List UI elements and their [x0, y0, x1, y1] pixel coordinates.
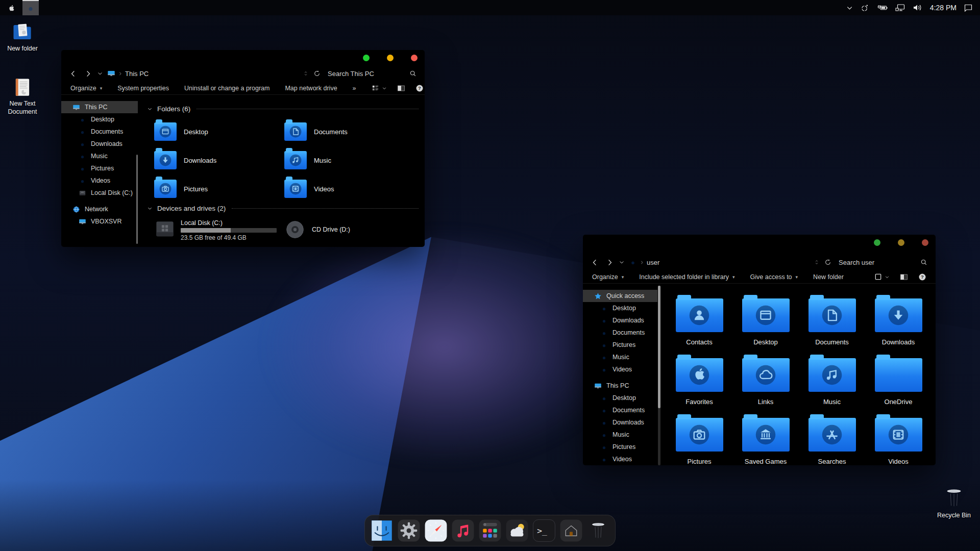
dock-music-icon[interactable]: [451, 518, 475, 543]
desktop-icon-new-folder[interactable]: New folder: [2, 21, 43, 53]
folder-item-favorites[interactable]: Favorites: [675, 358, 724, 406]
help-button[interactable]: [415, 84, 424, 92]
recent-locations-dropdown[interactable]: [619, 259, 625, 265]
sidebar-item-local-disk[interactable]: Local Disk (C:): [61, 187, 138, 199]
traffic-light-yellow[interactable]: [898, 239, 904, 246]
recent-locations-dropdown[interactable]: [97, 70, 103, 77]
refresh-icon[interactable]: [824, 259, 831, 266]
folder-item-desktop[interactable]: Desktop: [741, 298, 790, 346]
dock-trash-icon[interactable]: [586, 518, 610, 543]
change-view-button[interactable]: [874, 273, 890, 281]
sidebar-item-documents-2[interactable]: Documents: [583, 404, 657, 416]
folder-item-documents[interactable]: Documents: [807, 298, 856, 346]
sidebar-item-documents[interactable]: Documents: [583, 327, 657, 339]
sidebar-item-music-2[interactable]: Music: [583, 429, 657, 441]
collapse-chevron-icon[interactable]: [147, 206, 153, 211]
collapse-chevron-icon[interactable]: [147, 106, 153, 112]
folder-item-videos[interactable]: Videos: [874, 418, 923, 465]
clock[interactable]: 4:28 PM: [930, 4, 957, 12]
help-button[interactable]: [918, 273, 926, 281]
tray-status-icon[interactable]: [861, 4, 869, 12]
sidebar-item-downloads-2[interactable]: Downloads: [583, 416, 657, 429]
sidebar-item-pictures-2[interactable]: Pictures: [583, 441, 657, 453]
sidebar-item-this-pc[interactable]: This PC: [61, 101, 138, 113]
sidebar-item-quick-access[interactable]: Quick access: [583, 290, 657, 302]
sidebar-item-network[interactable]: Network: [61, 203, 138, 215]
network-icon[interactable]: [895, 4, 905, 12]
search-input[interactable]: [839, 259, 920, 266]
folder-item-downloads[interactable]: Downloads: [874, 298, 923, 346]
sidebar-scrollbar-track[interactable]: [658, 286, 660, 465]
dock-terminal-icon[interactable]: [532, 518, 556, 543]
uninstall-program-button[interactable]: Uninstall or change a program: [184, 85, 270, 92]
active-app-explorer[interactable]: [22, 0, 39, 15]
traffic-light-yellow[interactable]: [387, 55, 394, 61]
folder-item-pictures[interactable]: Pictures: [154, 180, 208, 198]
traffic-light-green[interactable]: [363, 55, 370, 61]
organize-button[interactable]: Organize: [592, 273, 624, 281]
drive-item-cd[interactable]: CD Drive (D:): [284, 219, 350, 240]
search-input[interactable]: [328, 70, 409, 78]
breadcrumb[interactable]: user: [647, 259, 659, 266]
new-folder-button[interactable]: New folder: [813, 273, 844, 281]
folder-item-contacts[interactable]: Contacts: [675, 298, 724, 346]
sidebar-item-this-pc[interactable]: This PC: [583, 380, 657, 392]
folder-item-pictures[interactable]: Pictures: [675, 418, 724, 465]
preview-pane-button[interactable]: [397, 84, 405, 92]
traffic-light-red[interactable]: [922, 239, 928, 246]
map-network-drive-button[interactable]: Map network drive: [285, 85, 337, 92]
toolbar-overflow-button[interactable]: »: [353, 85, 356, 92]
breadcrumb[interactable]: This PC: [125, 70, 149, 78]
group-header-folders[interactable]: Folders (6): [147, 105, 419, 113]
dock-settings-icon[interactable]: [397, 518, 421, 543]
sidebar-item-desktop-2[interactable]: Desktop: [583, 392, 657, 404]
folder-item-documents[interactable]: Documents: [284, 122, 348, 141]
forward-button[interactable]: [606, 259, 614, 266]
drive-item-local-disk[interactable]: Local Disk (C:) 23.5 GB free of 49.4 GB: [154, 219, 277, 241]
folder-item-desktop[interactable]: Desktop: [154, 122, 208, 141]
folder-item-music[interactable]: Music: [284, 151, 331, 169]
sidebar-item-vboxsvr[interactable]: VBOXSVR: [61, 215, 138, 228]
dock-safari-icon[interactable]: [424, 518, 448, 543]
sidebar-item-documents[interactable]: Documents: [61, 126, 138, 138]
folder-item-downloads[interactable]: Downloads: [154, 151, 216, 169]
sidebar-item-videos-2[interactable]: Videos: [583, 453, 657, 465]
folder-item-onedrive[interactable]: OneDrive: [874, 358, 923, 406]
volume-icon[interactable]: [913, 4, 923, 12]
sidebar-item-videos[interactable]: Videos: [61, 174, 138, 187]
organize-button[interactable]: Organize: [70, 85, 102, 92]
folder-item-links[interactable]: Links: [741, 358, 790, 406]
system-properties-button[interactable]: System properties: [117, 85, 169, 92]
folder-item-music[interactable]: Music: [807, 358, 856, 406]
desktop-icon-new-text-document[interactable]: New Text Document: [2, 77, 43, 116]
sidebar-item-downloads[interactable]: Downloads: [61, 138, 138, 150]
folder-item-videos[interactable]: Videos: [284, 180, 334, 198]
group-header-devices[interactable]: Devices and drives (2): [147, 205, 419, 212]
address-dropdown-icon[interactable]: [814, 259, 820, 265]
back-button[interactable]: [69, 70, 77, 78]
address-dropdown-icon[interactable]: [303, 70, 309, 77]
forward-button[interactable]: [84, 70, 92, 78]
search-icon[interactable]: [409, 70, 416, 77]
dock-launchpad-icon[interactable]: [478, 518, 502, 543]
give-access-button[interactable]: Give access to: [750, 273, 798, 281]
apple-menu[interactable]: [0, 4, 22, 12]
back-button[interactable]: [591, 259, 599, 266]
sidebar-item-pictures[interactable]: Pictures: [61, 162, 138, 174]
sidebar-scrollbar-thumb[interactable]: [658, 286, 660, 408]
show-hidden-icons-button[interactable]: [846, 4, 853, 12]
include-in-library-button[interactable]: Include selected folder in library: [639, 273, 734, 281]
dock-home-icon[interactable]: [559, 518, 583, 543]
traffic-light-green[interactable]: [874, 239, 880, 246]
change-view-button[interactable]: [372, 84, 387, 92]
sidebar-item-desktop[interactable]: Desktop: [61, 113, 138, 126]
sidebar-item-pictures[interactable]: Pictures: [583, 339, 657, 351]
sidebar-item-videos[interactable]: Videos: [583, 363, 657, 375]
folder-item-searches[interactable]: Searches: [807, 418, 856, 465]
dock-weather-icon[interactable]: [505, 518, 529, 543]
desktop-icon-recycle-bin[interactable]: Recycle Bin: [931, 486, 977, 520]
dock-finder-icon[interactable]: [370, 518, 394, 543]
sidebar-item-desktop[interactable]: Desktop: [583, 302, 657, 314]
refresh-icon[interactable]: [313, 70, 321, 77]
folder-item-saved-games[interactable]: Saved Games: [741, 418, 790, 465]
